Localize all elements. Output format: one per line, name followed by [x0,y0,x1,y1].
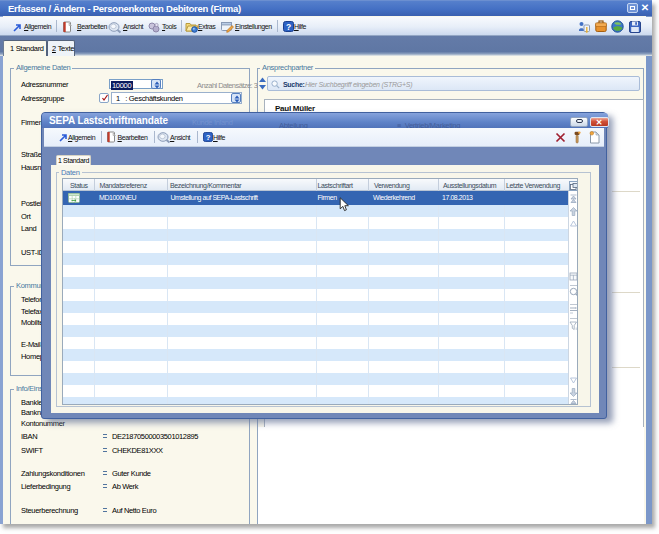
svg-text:?: ? [205,133,210,142]
svg-text:?: ? [286,22,291,32]
